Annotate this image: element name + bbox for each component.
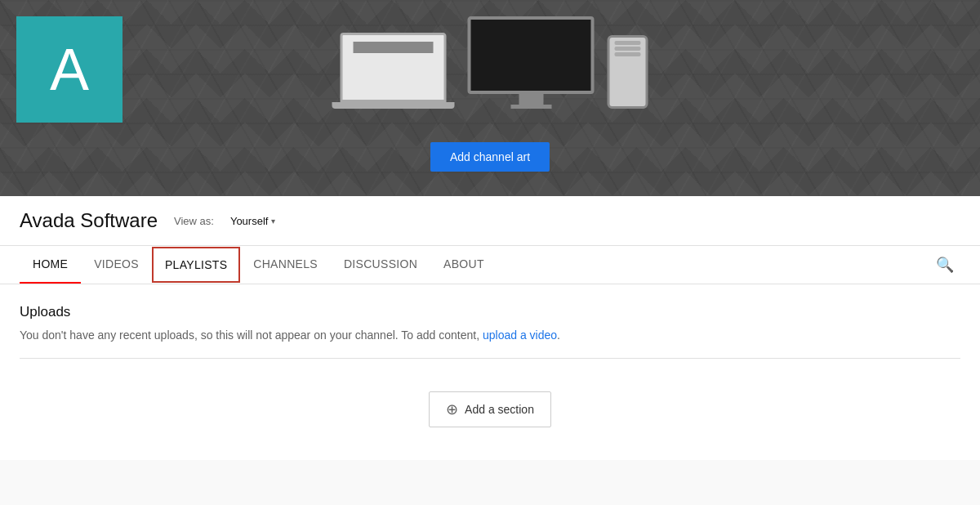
add-section-container: ⊕ Add a section <box>20 375 960 460</box>
add-section-label: Add a section <box>465 403 534 416</box>
channel-name: Avada Software <box>20 209 158 232</box>
view-as-selector[interactable]: Yourself ▾ <box>230 215 276 227</box>
main-content: Uploads You don't have any recent upload… <box>0 284 980 460</box>
search-icon[interactable]: 🔍 <box>929 249 960 280</box>
chevron-down-icon: ▾ <box>271 217 275 226</box>
phone-line-2 <box>615 47 641 51</box>
phone-line-1 <box>615 41 641 45</box>
tv-base <box>510 105 551 109</box>
channel-banner: A Add channel art <box>0 0 980 196</box>
tab-about[interactable]: About <box>430 246 497 284</box>
channel-logo-letter: A <box>50 36 89 103</box>
channel-tabs: Home Videos Playlists Channels Discussio… <box>0 246 980 284</box>
upload-video-link[interactable]: upload a video <box>483 328 557 342</box>
laptop-base <box>332 102 455 109</box>
devices-illustration <box>332 16 648 109</box>
channel-logo: A <box>16 16 122 123</box>
add-section-button[interactable]: ⊕ Add a section <box>429 391 551 427</box>
laptop-device <box>332 33 455 109</box>
tab-home[interactable]: Home <box>20 246 81 284</box>
channel-info-row: Avada Software View as: Yourself ▾ <box>0 196 980 246</box>
tv-screen <box>468 16 595 94</box>
tab-playlists[interactable]: Playlists <box>152 247 240 283</box>
uploads-empty-message: You don't have any recent uploads, so th… <box>20 328 960 342</box>
section-divider <box>20 358 960 359</box>
phone-device <box>608 35 648 109</box>
plus-circle-icon: ⊕ <box>446 400 458 418</box>
view-as-value: Yourself <box>230 215 269 227</box>
laptop-screen <box>341 33 447 102</box>
tv-stand <box>519 93 543 105</box>
tab-discussion[interactable]: Discussion <box>331 246 430 284</box>
tv-device <box>468 16 595 109</box>
uploads-title: Uploads <box>20 304 960 320</box>
view-as-label: View as: <box>174 215 214 227</box>
tab-channels[interactable]: Channels <box>240 246 331 284</box>
tab-videos[interactable]: Videos <box>81 246 152 284</box>
add-channel-art-button[interactable]: Add channel art <box>430 142 550 172</box>
laptop-taskbar <box>354 42 433 53</box>
phone-line-3 <box>615 52 641 56</box>
